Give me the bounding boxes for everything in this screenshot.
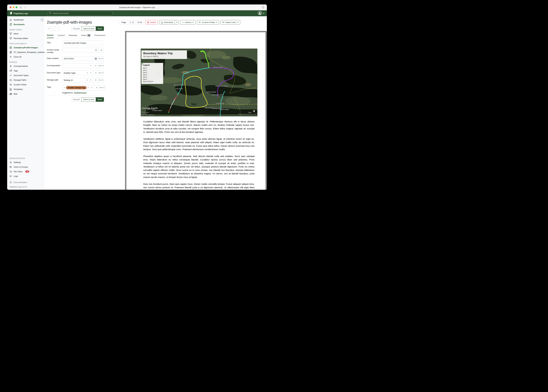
download-button[interactable]: Download bbox=[159, 20, 175, 25]
sidebar-item-users-groups[interactable]: Users & Groups bbox=[7, 165, 44, 169]
paperless-logo-icon bbox=[9, 12, 12, 15]
document-type-select[interactable]: Another Type ✕ bbox=[62, 71, 93, 75]
map-label: Charlies Island bbox=[152, 110, 162, 111]
sidebar-item-storage-paths[interactable]: Storage Paths bbox=[7, 78, 44, 82]
tags-filter-button[interactable] bbox=[99, 85, 105, 91]
page-title: 2sample-pdf-with-images bbox=[47, 20, 120, 25]
sidebar-item-close-all[interactable]: Close all bbox=[7, 55, 44, 59]
tab-content[interactable]: Content bbox=[58, 33, 65, 38]
home-icon bbox=[9, 19, 12, 21]
save-next-button[interactable]: Save & next bbox=[81, 26, 96, 31]
asn-input[interactable] bbox=[62, 48, 99, 52]
title-input[interactable] bbox=[62, 41, 104, 45]
sidebar-item-dashboard[interactable]: Dashboard bbox=[7, 17, 44, 22]
forward-icon[interactable] bbox=[24, 6, 26, 8]
document-toolbar: Page 1 of 10 Delete Do bbox=[120, 20, 240, 25]
clear-icon[interactable]: ✕ bbox=[87, 79, 88, 81]
tag-chip[interactable]: Another Sample Tag bbox=[66, 86, 87, 89]
storage-path-add-button[interactable]: + bbox=[93, 78, 99, 83]
asn-plus-one-button[interactable]: +1 bbox=[98, 48, 104, 52]
share-icon[interactable] bbox=[262, 6, 264, 9]
document-type-filter-button[interactable] bbox=[98, 71, 104, 75]
sidebar-item-tags[interactable]: Tags bbox=[7, 68, 44, 73]
sidebar-item-correspondents[interactable]: Correspondents bbox=[7, 64, 44, 68]
sidebar-item-documents[interactable]: Documents bbox=[7, 22, 44, 27]
tab-permissions[interactable]: Permissions bbox=[94, 33, 106, 38]
discard-button[interactable]: Discard bbox=[71, 26, 82, 31]
sidebar-item-document-types[interactable]: # Document Types bbox=[7, 73, 44, 78]
sidebar-item-open-doc-2[interactable]: H7_Napoleon_Bonaparte_zadanie bbox=[7, 50, 44, 55]
save-button[interactable]: Save bbox=[96, 26, 104, 31]
tab-notes[interactable]: Notes 1 bbox=[81, 33, 90, 38]
close-document-button[interactable]: ✕ bbox=[47, 26, 51, 31]
sidebar-item-settings[interactable]: Settings bbox=[7, 160, 44, 165]
correspondent-add-button[interactable]: + bbox=[93, 63, 99, 68]
close-window-button[interactable] bbox=[10, 7, 11, 8]
user-menu[interactable] bbox=[258, 11, 264, 16]
back-icon[interactable] bbox=[20, 6, 22, 8]
search-box[interactable] bbox=[48, 11, 112, 15]
saved-views-heading: SAVED VIEWS bbox=[9, 29, 42, 31]
asn-stepper[interactable] bbox=[95, 49, 97, 52]
share-links-button[interactable]: Share Links bbox=[220, 20, 240, 25]
tab-details[interactable]: Details bbox=[47, 33, 54, 38]
storage-path-filter-button[interactable] bbox=[98, 78, 104, 83]
sidebar-item-documentation[interactable]: Documentation bbox=[7, 180, 44, 185]
link-icon bbox=[222, 21, 224, 23]
map-scale-bar bbox=[239, 113, 256, 114]
suggestion-tag-link[interactable]: TagWithPartial bbox=[74, 91, 87, 94]
sidebar-item-label: Storage Paths bbox=[14, 79, 27, 81]
sidebar-item-label: Mail bbox=[14, 93, 17, 95]
sidebar-item-file-tasks[interactable]: File Tasks 16 bbox=[7, 169, 44, 174]
tab-metadata[interactable]: Metadata bbox=[69, 33, 77, 38]
storage-path-select[interactable]: Testing 12 ✕ bbox=[62, 78, 93, 83]
sidebar-item-custom-fields[interactable]: Custom Fields bbox=[7, 82, 44, 87]
previous-document-button[interactable]: ← bbox=[51, 26, 56, 31]
next-document-button[interactable]: → bbox=[56, 26, 60, 31]
clear-icon[interactable]: ✕ bbox=[87, 87, 89, 89]
hash-icon: # bbox=[9, 74, 12, 77]
date-created-input[interactable] bbox=[62, 56, 93, 61]
app-brand[interactable]: Paperless-ngx bbox=[7, 12, 44, 15]
page-number-input[interactable]: 1 bbox=[128, 20, 136, 25]
map-label: Half Dog Island bbox=[206, 91, 216, 93]
actions-button[interactable]: ⋯ Actions bbox=[180, 20, 196, 25]
map-label: Gary Island bbox=[175, 88, 183, 90]
minimize-window-button[interactable] bbox=[13, 7, 14, 8]
sidebar-item-recently-added[interactable]: Recently Added bbox=[7, 36, 44, 41]
sidebar-item-inbox[interactable]: Inbox bbox=[7, 31, 44, 36]
document-type-add-button[interactable]: + bbox=[93, 71, 99, 75]
app-window: 2sample-pdf-with-images - Paperless-ngx … bbox=[7, 5, 267, 190]
sidebar-item-label: Custom Fields bbox=[14, 84, 27, 86]
sidebar-item-logs[interactable]: Logs bbox=[7, 174, 44, 179]
details-form: Title Archive serial number bbox=[47, 41, 104, 102]
ellipsis-icon: ⋯ bbox=[182, 21, 184, 23]
remove-tag-icon[interactable]: ✕ bbox=[64, 87, 65, 89]
legend-item: Day 3 bbox=[143, 71, 162, 73]
question-circle-icon bbox=[9, 181, 12, 184]
download-dropdown-button[interactable] bbox=[175, 20, 179, 25]
discard-button-bottom[interactable]: Discard bbox=[71, 97, 82, 102]
sidebar-item-mail[interactable]: Mail bbox=[7, 91, 44, 96]
save-button-bottom[interactable]: Save bbox=[96, 97, 104, 102]
search-input[interactable] bbox=[52, 12, 111, 15]
suggestions-label: Suggestions: bbox=[62, 91, 73, 94]
zoom-window-button[interactable] bbox=[15, 7, 17, 8]
sidebar-item-open-doc-1[interactable]: 2sample-pdf-with-images bbox=[7, 45, 44, 50]
correspondent-select[interactable] bbox=[62, 63, 93, 68]
custom-fields-button[interactable]: Custom Fields bbox=[197, 20, 219, 25]
chevron-down-icon bbox=[90, 80, 91, 81]
clear-icon[interactable]: ✕ bbox=[87, 72, 88, 74]
page-stepper[interactable] bbox=[132, 21, 134, 24]
save-next-button-bottom[interactable]: Save & next bbox=[81, 97, 96, 102]
correspondent-filter-button[interactable] bbox=[98, 63, 104, 68]
tags-select[interactable]: ✕ Another Sample Tag ✕ bbox=[62, 85, 94, 91]
document-preview-pane[interactable]: Boundary Waters Trip Six days in BWCA Le… bbox=[125, 31, 267, 190]
sidebar-item-templates[interactable]: Templates bbox=[7, 87, 44, 91]
date-filter-button[interactable] bbox=[98, 56, 104, 61]
calendar-button[interactable] bbox=[93, 56, 99, 61]
map-title-box: Boundary Waters Trip Six days in BWCA bbox=[141, 50, 187, 59]
tags-add-button[interactable]: + bbox=[94, 85, 100, 91]
collapse-sidebar-button[interactable]: « bbox=[40, 18, 44, 21]
delete-button[interactable]: Delete bbox=[145, 20, 158, 25]
